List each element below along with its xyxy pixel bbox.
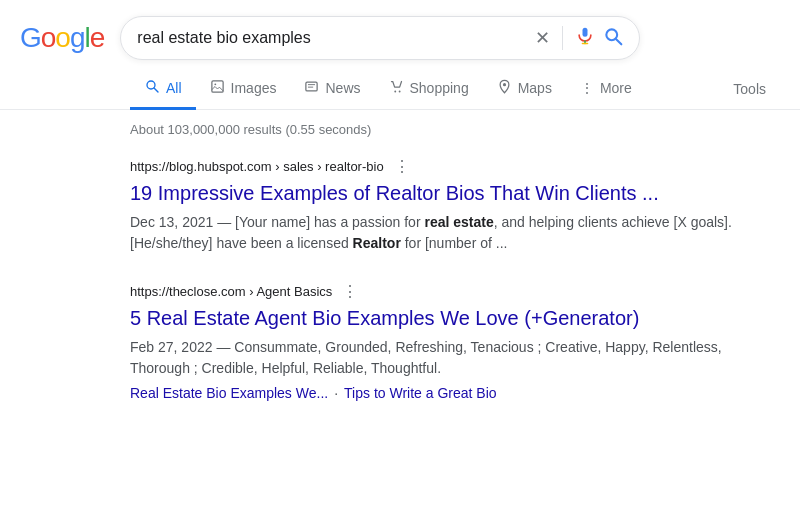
voice-icon[interactable]: [575, 26, 595, 50]
header: Google real estate bio examples ✕: [0, 0, 800, 68]
svg-rect-5: [211, 80, 222, 91]
snippet-text-3: for [number of ...: [401, 235, 508, 251]
results-count: About 103,000,000 results (0.55 seconds): [130, 122, 780, 137]
snippet-text: — Consummate, Grounded, Refreshing, Tena…: [130, 339, 722, 376]
clear-icon[interactable]: ✕: [535, 27, 550, 49]
tab-maps[interactable]: Maps: [483, 69, 566, 110]
link-separator: ·: [334, 385, 338, 401]
tab-more-label: More: [600, 80, 632, 96]
snippet-bold-1: real estate: [424, 214, 493, 230]
svg-rect-0: [583, 28, 588, 37]
tab-all-label: All: [166, 80, 182, 96]
results-area: About 103,000,000 results (0.55 seconds)…: [0, 110, 800, 449]
tab-more[interactable]: ⋮ More: [566, 70, 646, 109]
svg-line-4: [154, 88, 158, 92]
result-title[interactable]: 5 Real Estate Agent Bio Examples We Love…: [130, 305, 750, 331]
result-menu-icon[interactable]: ⋮: [342, 282, 358, 301]
result-link-2[interactable]: Tips to Write a Great Bio: [344, 385, 497, 401]
result-url: https://theclose.com › Agent Basics: [130, 284, 332, 299]
svg-point-11: [398, 90, 400, 92]
search-divider: [562, 26, 563, 50]
svg-point-6: [214, 83, 216, 85]
result-item: https://blog.hubspot.com › sales › realt…: [130, 157, 750, 254]
tab-maps-label: Maps: [518, 80, 552, 96]
maps-icon: [497, 79, 512, 97]
search-nav: All Images News S: [0, 68, 800, 110]
snippet-date: Dec 13, 2021: [130, 214, 213, 230]
tab-all[interactable]: All: [130, 68, 196, 110]
snippet-date: Feb 27, 2022: [130, 339, 213, 355]
logo-g: G: [20, 22, 41, 54]
search-input[interactable]: real estate bio examples: [137, 29, 527, 47]
svg-point-12: [503, 83, 506, 86]
tab-images-label: Images: [231, 80, 277, 96]
tab-news[interactable]: News: [290, 69, 374, 110]
svg-line-2: [616, 38, 621, 43]
result-url: https://blog.hubspot.com › sales › realt…: [130, 159, 384, 174]
result-links: Real Estate Bio Examples We... · Tips to…: [130, 385, 750, 401]
logo-e: e: [90, 22, 105, 54]
search-bar[interactable]: real estate bio examples ✕: [120, 16, 640, 60]
logo-o2: o: [55, 22, 70, 54]
tools-button[interactable]: Tools: [719, 71, 780, 107]
result-item: https://theclose.com › Agent Basics ⋮ 5 …: [130, 282, 750, 401]
logo-g2: g: [70, 22, 85, 54]
images-icon: [210, 79, 225, 97]
all-search-icon: [144, 78, 160, 97]
tab-shopping[interactable]: Shopping: [375, 69, 483, 110]
search-submit-icon[interactable]: [603, 26, 623, 51]
tab-images[interactable]: Images: [196, 69, 291, 110]
result-title[interactable]: 19 Impressive Examples of Realtor Bios T…: [130, 180, 750, 206]
snippet-bold-2: Realtor: [353, 235, 401, 251]
svg-rect-7: [306, 82, 317, 91]
result-snippet: Dec 13, 2021 — [Your name] has a passion…: [130, 212, 750, 254]
shopping-icon: [389, 79, 404, 97]
result-url-row: https://blog.hubspot.com › sales › realt…: [130, 157, 750, 176]
more-dots-icon: ⋮: [580, 80, 594, 96]
result-url-row: https://theclose.com › Agent Basics ⋮: [130, 282, 750, 301]
tab-news-label: News: [325, 80, 360, 96]
result-snippet: Feb 27, 2022 — Consummate, Grounded, Ref…: [130, 337, 750, 379]
svg-point-10: [394, 90, 396, 92]
snippet-text-1: — [Your name] has a passion for: [217, 214, 424, 230]
google-logo: Google: [20, 22, 104, 54]
tab-shopping-label: Shopping: [410, 80, 469, 96]
logo-o1: o: [41, 22, 56, 54]
result-menu-icon[interactable]: ⋮: [394, 157, 410, 176]
news-icon: [304, 79, 319, 97]
result-link-1[interactable]: Real Estate Bio Examples We...: [130, 385, 328, 401]
